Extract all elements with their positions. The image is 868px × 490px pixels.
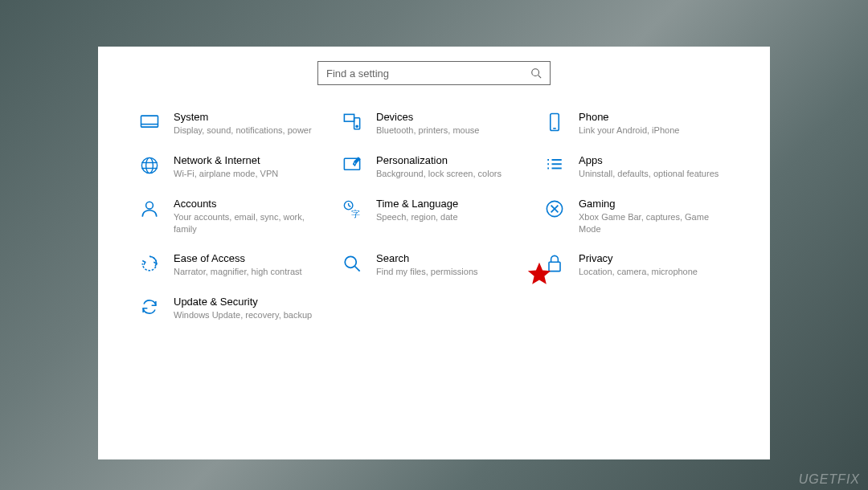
time-language-icon: 字: [341, 198, 363, 220]
svg-point-26: [345, 257, 356, 268]
category-title: Privacy: [579, 252, 730, 264]
category-subtitle: Narrator, magnifier, high contrast: [174, 266, 325, 278]
category-subtitle: Find my files, permissions: [376, 266, 527, 278]
svg-point-20: [146, 202, 154, 209]
search-container: Find a setting: [130, 61, 738, 85]
category-search[interactable]: Search Find my files, permissions: [341, 252, 527, 278]
category-privacy[interactable]: Privacy Location, camera, microphone: [543, 252, 730, 278]
svg-text:字: 字: [351, 208, 360, 218]
category-subtitle: Display, sound, notifications, power: [174, 125, 325, 137]
settings-categories-grid: System Display, sound, notifications, po…: [130, 111, 738, 321]
category-subtitle: Bluetooth, printers, mouse: [376, 125, 527, 137]
search-placeholder: Find a setting: [326, 67, 389, 80]
category-subtitle: Uninstall, defaults, optional features: [579, 168, 730, 180]
devices-icon: [341, 111, 363, 133]
category-title: Personalization: [376, 154, 527, 166]
category-text: Personalization Background, lock screen,…: [376, 154, 527, 180]
svg-line-23: [349, 205, 351, 206]
category-accounts[interactable]: Accounts Your accounts, email, sync, wor…: [138, 198, 325, 235]
search-input[interactable]: Find a setting: [317, 61, 551, 85]
category-text: Accounts Your accounts, email, sync, wor…: [174, 198, 325, 235]
svg-point-9: [141, 157, 157, 173]
svg-line-1: [538, 76, 542, 79]
category-update-security[interactable]: Update & Security Windows Update, recove…: [138, 296, 325, 321]
apps-list-icon: [543, 154, 566, 177]
magnifier-icon: [341, 252, 363, 275]
category-phone[interactable]: Phone Link your Android, iPhone: [543, 111, 730, 137]
category-title: Network & Internet: [174, 154, 325, 166]
category-title: Gaming: [579, 198, 730, 210]
category-text: Update & Security Windows Update, recove…: [174, 296, 325, 321]
category-apps[interactable]: Apps Uninstall, defaults, optional featu…: [543, 154, 730, 180]
category-text: Phone Link your Android, iPhone: [579, 111, 730, 137]
category-text: Ease of Access Narrator, magnifier, high…: [174, 252, 325, 278]
category-subtitle: Xbox Game Bar, captures, Game Mode: [579, 211, 730, 235]
svg-rect-2: [141, 116, 158, 127]
category-text: Search Find my files, permissions: [376, 252, 527, 278]
category-title: Accounts: [174, 198, 325, 210]
category-text: Network & Internet Wi-Fi, airplane mode,…: [174, 154, 325, 180]
paintbrush-icon: [341, 154, 363, 177]
globe-icon: [138, 154, 161, 177]
category-title: Search: [376, 252, 527, 264]
category-title: Devices: [376, 111, 527, 123]
category-time-language[interactable]: 字 Time & Language Speech, region, date: [341, 198, 527, 235]
category-devices[interactable]: Devices Bluetooth, printers, mouse: [341, 111, 527, 137]
category-title: Time & Language: [376, 198, 527, 210]
category-title: Update & Security: [174, 296, 325, 308]
category-text: Apps Uninstall, defaults, optional featu…: [579, 154, 730, 180]
category-title: Ease of Access: [174, 252, 325, 264]
category-personalization[interactable]: Personalization Background, lock screen,…: [341, 154, 527, 180]
phone-icon: [543, 111, 566, 133]
svg-point-6: [356, 125, 358, 127]
category-title: Apps: [579, 154, 730, 166]
svg-point-10: [146, 157, 154, 173]
category-text: Devices Bluetooth, printers, mouse: [376, 111, 527, 137]
search-icon: [530, 67, 542, 79]
category-subtitle: Your accounts, email, sync, work, family: [174, 211, 325, 235]
category-subtitle: Link your Android, iPhone: [579, 125, 730, 137]
category-title: Phone: [579, 111, 730, 123]
category-title: System: [174, 111, 325, 123]
category-subtitle: Windows Update, recovery, backup: [174, 309, 325, 321]
category-subtitle: Location, camera, microphone: [579, 266, 730, 278]
system-icon: [138, 111, 161, 133]
category-text: System Display, sound, notifications, po…: [174, 111, 325, 137]
category-ease-of-access[interactable]: Ease of Access Narrator, magnifier, high…: [138, 252, 325, 278]
category-subtitle: Wi-Fi, airplane mode, VPN: [174, 168, 325, 180]
svg-rect-4: [344, 114, 354, 121]
svg-point-0: [532, 69, 539, 76]
ease-of-access-icon: [138, 252, 161, 275]
highlight-star-marker: [526, 260, 553, 288]
svg-line-27: [355, 267, 360, 272]
category-text: Time & Language Speech, region, date: [376, 198, 527, 223]
category-system[interactable]: System Display, sound, notifications, po…: [138, 111, 325, 137]
category-subtitle: Speech, region, date: [376, 211, 527, 223]
settings-window: Find a setting System Display, sound, no…: [98, 47, 770, 459]
category-text: Gaming Xbox Game Bar, captures, Game Mod…: [579, 198, 730, 235]
person-icon: [138, 198, 161, 220]
watermark-text: UGETFIX: [799, 472, 860, 487]
category-gaming[interactable]: Gaming Xbox Game Bar, captures, Game Mod…: [543, 198, 730, 235]
category-network[interactable]: Network & Internet Wi-Fi, airplane mode,…: [138, 154, 325, 180]
category-subtitle: Background, lock screen, colors: [376, 168, 527, 180]
category-text: Privacy Location, camera, microphone: [579, 252, 730, 278]
update-icon: [138, 296, 161, 318]
gaming-icon: [543, 198, 566, 220]
